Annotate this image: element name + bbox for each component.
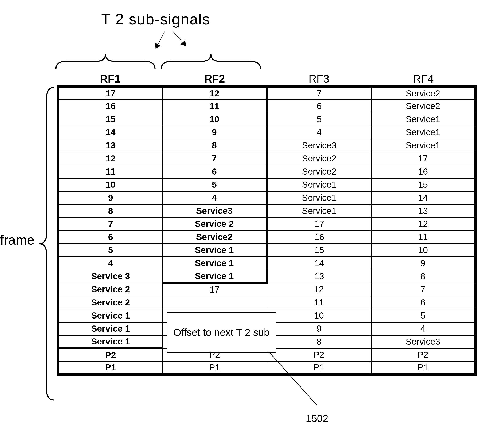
cell-r21-c1: P1 xyxy=(162,361,267,374)
cell-r11-c2: 16 xyxy=(267,230,371,244)
cell-r2-c0: 15 xyxy=(58,113,162,126)
cell-r4-c0: 13 xyxy=(58,139,162,152)
brace-left-icon xyxy=(38,87,55,401)
cell-r6-c0: 11 xyxy=(58,165,162,178)
cell-r1-c1: 11 xyxy=(162,100,267,113)
cell-r1-c2: 6 xyxy=(267,100,371,113)
cell-r11-c1: Service2 xyxy=(162,230,267,244)
arrow-right-icon xyxy=(173,32,186,46)
cell-r0-c3: Service2 xyxy=(371,87,475,100)
cell-r14-c1: Service 1 xyxy=(162,270,267,283)
frame-label: frame xyxy=(0,232,35,248)
cell-r21-c3: P1 xyxy=(371,361,475,374)
cell-r7-c2: Service1 xyxy=(267,178,371,191)
cell-r19-c2: 8 xyxy=(267,335,371,348)
cell-r15-c1: 17 xyxy=(162,283,267,296)
header-rf1: RF1 xyxy=(58,72,162,87)
cell-r21-c2: P1 xyxy=(267,361,371,374)
top-label: T 2 sub-signals xyxy=(101,11,210,28)
cell-r19-c3: Service3 xyxy=(371,335,475,348)
cell-r8-c3: 14 xyxy=(371,191,475,204)
cell-r8-c0: 9 xyxy=(58,191,162,204)
cell-r15-c0: Service 2 xyxy=(58,283,162,296)
cell-r19-c0: Service 1 xyxy=(58,335,162,348)
cell-r0-c1: 12 xyxy=(162,87,267,100)
cell-r18-c0: Service 1 xyxy=(58,322,162,335)
cell-r11-c3: 11 xyxy=(371,230,475,244)
cell-r3-c2: 4 xyxy=(267,126,371,139)
cell-r9-c3: 13 xyxy=(371,204,475,218)
brace-top-rf1-icon xyxy=(55,53,156,70)
cell-r7-c1: 5 xyxy=(162,178,267,191)
cell-r6-c3: 16 xyxy=(371,165,475,178)
cell-r0-c2: 7 xyxy=(267,87,371,100)
cell-r13-c0: 4 xyxy=(58,257,162,270)
cell-r2-c2: 5 xyxy=(267,113,371,126)
cell-r9-c2: Service1 xyxy=(267,204,371,218)
cell-r5-c1: 7 xyxy=(162,152,267,165)
cell-r16-c1 xyxy=(162,296,267,309)
cell-r12-c3: 10 xyxy=(371,244,475,257)
cell-r3-c0: 14 xyxy=(58,126,162,139)
cell-r14-c3: 8 xyxy=(371,270,475,283)
cell-r18-c2: 9 xyxy=(267,322,371,335)
brace-top-rf2-icon xyxy=(160,53,262,70)
cell-r13-c1: Service 1 xyxy=(162,257,267,270)
cell-r17-c2: 10 xyxy=(267,309,371,322)
cell-r15-c2: 12 xyxy=(267,283,371,296)
cell-r15-c3: 7 xyxy=(371,283,475,296)
arrow-left-icon xyxy=(156,32,165,49)
cell-r14-c2: 13 xyxy=(267,270,371,283)
cell-r12-c0: 5 xyxy=(58,244,162,257)
cell-r12-c1: Service 1 xyxy=(162,244,267,257)
cell-r7-c3: 15 xyxy=(371,178,475,191)
cell-r12-c2: 15 xyxy=(267,244,371,257)
cell-r7-c0: 10 xyxy=(58,178,162,191)
cell-r4-c3: Service1 xyxy=(371,139,475,152)
callout-ref-num: 1502 xyxy=(306,413,328,424)
cell-r8-c1: 4 xyxy=(162,191,267,204)
cell-r17-c3: 5 xyxy=(371,309,475,322)
cell-r16-c3: 6 xyxy=(371,296,475,309)
cell-r9-c1: Service3 xyxy=(162,204,267,218)
cell-r5-c2: Service2 xyxy=(267,152,371,165)
cell-r10-c3: 12 xyxy=(371,218,475,230)
cell-r1-c3: Service2 xyxy=(371,100,475,113)
cell-r4-c1: 8 xyxy=(162,139,267,152)
cell-r0-c0: 17 xyxy=(58,87,162,100)
cell-r6-c1: 6 xyxy=(162,165,267,178)
cell-r10-c2: 17 xyxy=(267,218,371,230)
cell-r3-c3: Service1 xyxy=(371,126,475,139)
cell-r4-c2: Service3 xyxy=(267,139,371,152)
cell-r8-c2: Service1 xyxy=(267,191,371,204)
cell-r20-c3: P2 xyxy=(371,348,475,361)
cell-r3-c1: 9 xyxy=(162,126,267,139)
cell-r13-c2: 14 xyxy=(267,257,371,270)
cell-r5-c0: 12 xyxy=(58,152,162,165)
cell-r20-c2: P2 xyxy=(267,348,371,361)
cell-r9-c0: 8 xyxy=(58,204,162,218)
cell-r2-c1: 10 xyxy=(162,113,267,126)
header-rf3: RF3 xyxy=(267,72,371,87)
cell-r16-c0: Service 2 xyxy=(58,296,162,309)
cell-r6-c2: Service2 xyxy=(267,165,371,178)
cell-r11-c0: 6 xyxy=(58,230,162,244)
cell-r18-c3: 4 xyxy=(371,322,475,335)
header-rf2: RF2 xyxy=(162,72,267,87)
cell-r21-c0: P1 xyxy=(58,361,162,374)
cell-r17-c0: Service 1 xyxy=(58,309,162,322)
cell-r5-c3: 17 xyxy=(371,152,475,165)
cell-r10-c1: Service 2 xyxy=(162,218,267,230)
cell-r14-c0: Service 3 xyxy=(58,270,162,283)
cell-r1-c0: 16 xyxy=(58,100,162,113)
cell-r13-c3: 9 xyxy=(371,257,475,270)
cell-r20-c0: P2 xyxy=(58,348,162,361)
offset-callout: Offset to next T 2 sub xyxy=(167,312,276,352)
cell-r10-c0: 7 xyxy=(58,218,162,230)
cell-r16-c2: 11 xyxy=(267,296,371,309)
header-rf4: RF4 xyxy=(371,72,475,87)
cell-r2-c3: Service1 xyxy=(371,113,475,126)
